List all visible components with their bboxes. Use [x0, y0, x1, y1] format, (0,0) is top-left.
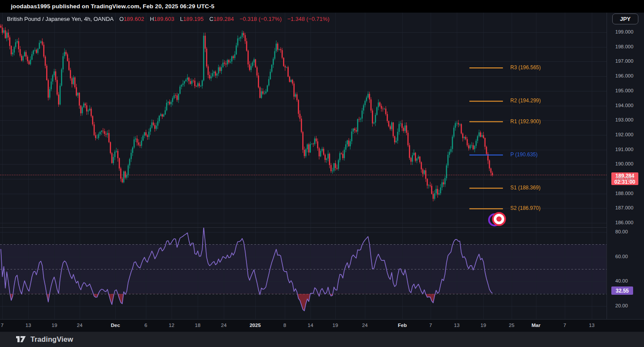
time-axis-label: 18 — [195, 323, 201, 328]
pivot-label: S2 (186.970) — [510, 205, 540, 211]
time-axis-label: 13 — [454, 323, 460, 328]
tradingview-logo-icon — [16, 335, 27, 344]
time-axis-label: 7 — [429, 323, 432, 328]
ohlc-close: C189.284 — [209, 16, 234, 22]
time-axis-label: 25 — [509, 323, 515, 328]
pivot-label: P (190.635) — [510, 152, 538, 158]
price-axis-tick: 197.000 — [615, 58, 634, 64]
price-axis-tick: 190.000 — [615, 161, 634, 166]
pivot-label: R2 (194.299) — [510, 98, 541, 104]
time-axis-label: 19 — [333, 323, 338, 328]
rsi-chart-canvas[interactable] — [0, 227, 607, 319]
time-axis-label: 24 — [221, 323, 227, 328]
price-axis-tick: 186.000 — [615, 220, 634, 225]
change-value: −0.318 (−0.17%) — [239, 16, 282, 22]
time-axis-label: 14 — [308, 323, 314, 328]
time-axis-label-major: 2025 — [250, 323, 261, 328]
time-axis-label: 8 — [283, 323, 286, 328]
time-axis-label: 7 — [1, 323, 3, 328]
price-axis-tick: 196.000 — [615, 73, 634, 78]
symbol-title: British Pound / Japanese Yen, 4h, OANDA — [7, 16, 114, 22]
pivot-label: S1 (188.369) — [510, 185, 540, 191]
published-info-bar: joodabas1995 published on TradingView.co… — [0, 0, 644, 13]
price-axis-tick: 191.000 — [615, 147, 634, 152]
time-axis-label: 24 — [77, 323, 83, 328]
price-axis-tick: 198.000 — [615, 44, 634, 49]
rsi-axis-tick: 80.00 — [615, 229, 628, 234]
ohlc-high: H189.603 — [150, 16, 174, 22]
price-axis-tick: 189.000 — [615, 176, 634, 181]
change-total-value: −1.348 (−0.71%) — [287, 16, 330, 22]
symbol-header: British Pound / Japanese Yen, 4h, OANDA … — [7, 16, 330, 22]
rsi-value-badge: 32.55 — [611, 286, 633, 295]
pivot-label: R3 (196.565) — [510, 64, 541, 71]
currency-unit-button[interactable]: JPY — [612, 13, 638, 24]
price-axis-tick: 195.000 — [615, 88, 634, 93]
time-axis-label-major: Mar — [532, 323, 540, 328]
tradingview-logo[interactable]: TradingView — [16, 335, 73, 344]
price-axis-tick: 194.000 — [615, 103, 634, 108]
time-axis-label: 24 — [362, 323, 368, 328]
tradingview-logo-text: TradingView — [30, 335, 73, 344]
time-axis-label: 13 — [26, 323, 31, 328]
pane-separator[interactable] — [0, 227, 607, 228]
time-axis-label: 13 — [589, 323, 595, 328]
footer-bar: TradingView — [0, 332, 644, 347]
pivot-label: R1 (192.900) — [510, 118, 541, 125]
time-axis-label: 7 — [563, 323, 566, 328]
published-info-text: joodabas1995 published on TradingView.co… — [11, 3, 214, 10]
time-axis-label: 12 — [169, 323, 175, 328]
rsi-axis-tick: 60.00 — [615, 254, 628, 259]
price-axis-tick: 193.000 — [615, 117, 634, 122]
price-scale-axis[interactable]: JPY 189.284 02:31:00 32.55 199.000198.00… — [607, 13, 644, 319]
published-chart-page: joodabas1995 published on TradingView.co… — [0, 0, 644, 347]
price-axis-tick: 192.000 — [615, 132, 634, 137]
publisher-avatar-icon — [488, 212, 506, 227]
time-axis-label-major: Feb — [398, 323, 407, 328]
rsi-axis-tick: 40.00 — [615, 278, 628, 283]
time-axis-label: 19 — [52, 323, 57, 328]
rsi-axis-tick: 20.00 — [615, 303, 628, 308]
ohlc-open: O189.602 — [119, 16, 144, 22]
price-axis-tick: 199.000 — [615, 29, 634, 34]
time-axis-label: 19 — [481, 323, 486, 328]
time-scale-axis[interactable]: 7131924Dec612182420258141924Feb7131925Ma… — [0, 319, 644, 332]
time-axis-label: 6 — [145, 323, 147, 328]
time-axis-label-major: Dec — [111, 323, 120, 328]
ohlc-low: L189.195 — [180, 16, 204, 22]
price-axis-tick: 187.000 — [615, 205, 634, 210]
price-axis-tick: 188.000 — [615, 191, 634, 196]
avatar-center-dot — [496, 216, 502, 222]
